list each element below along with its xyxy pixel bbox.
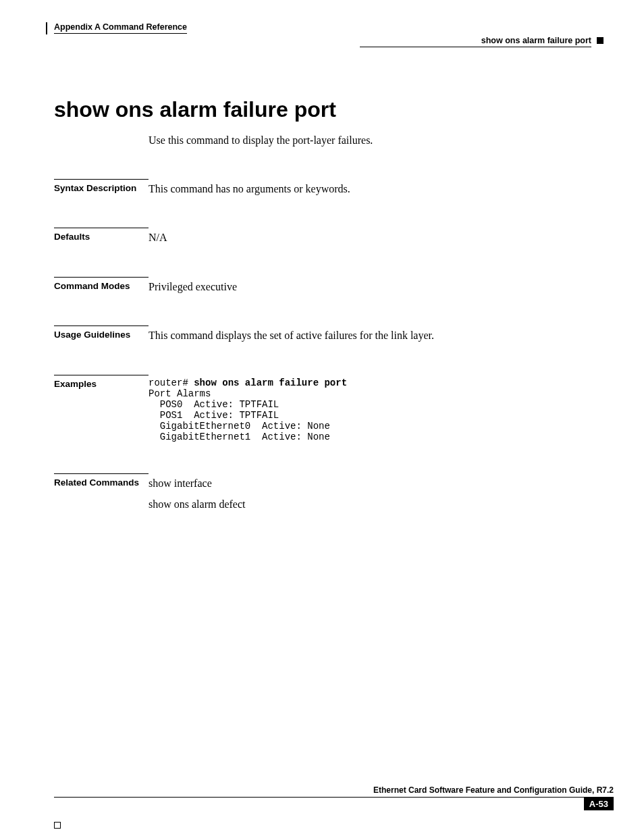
intro-text: Use this command to display the port-lay… [149, 134, 603, 147]
label-syntax: Syntax Description [54, 179, 149, 193]
section-syntax: Syntax Description This command has no a… [54, 179, 603, 197]
body-usage: This command displays the set of active … [149, 325, 434, 343]
section-related: Related Commands show interface show ons… [54, 473, 603, 517]
label-modes: Command Modes [54, 277, 149, 291]
page-number-badge: A-53 [584, 798, 614, 810]
page-footer: Ethernet Card Software Feature and Confi… [54, 784, 614, 814]
related-item-1: show ons alarm defect [149, 497, 246, 512]
appendix-header: Appendix A Command Reference [54, 22, 187, 34]
section-modes: Command Modes Privileged executive [54, 277, 603, 294]
section-defaults: Defaults N/A [54, 228, 603, 245]
body-defaults: N/A [149, 228, 167, 245]
footer-square-icon [54, 822, 61, 829]
footer-guide-title: Ethernet Card Software Feature and Confi… [373, 785, 614, 795]
body-examples: router# show ons alarm failure port Port… [149, 375, 347, 443]
label-related: Related Commands [54, 473, 149, 488]
example-output: Port Alarms POS0 Active: TPTFAIL POS1 Ac… [149, 388, 330, 442]
header-topic: show ons alarm failure port [360, 36, 591, 47]
label-usage: Usage Guidelines [54, 325, 149, 340]
body-modes: Privileged executive [149, 277, 237, 294]
example-prompt: router# [149, 377, 194, 388]
body-related: show interface show ons alarm defect [149, 473, 246, 517]
page-title: show ons alarm failure port [54, 97, 603, 122]
section-examples: Examples router# show ons alarm failure … [54, 375, 603, 443]
related-item-0: show interface [149, 476, 246, 491]
label-examples: Examples [54, 375, 149, 389]
body-syntax: This command has no arguments or keyword… [149, 179, 350, 197]
header-topic-block: show ons alarm failure port [360, 34, 603, 47]
section-usage: Usage Guidelines This command displays t… [54, 325, 603, 343]
label-defaults: Defaults [54, 228, 149, 242]
header-square-icon [597, 37, 603, 44]
example-command: show ons alarm failure port [194, 377, 347, 388]
